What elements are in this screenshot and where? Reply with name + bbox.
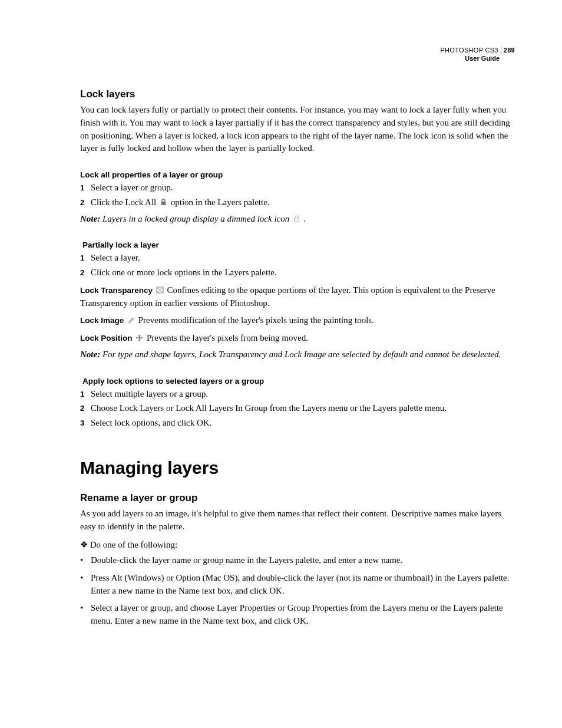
subhead-apply-lock: Apply lock options to selected layers or… [80,377,515,386]
step-number: 1 [80,182,91,195]
svg-rect-1 [294,218,299,222]
subhead-partial-lock: Partially lock a layer [80,241,515,249]
step-text: Select lock options, and click OK. [91,417,211,430]
do-one-of: ❖ Do one of the following: [80,539,515,552]
note: Note: For type and shape layers, Lock Tr… [80,348,515,361]
step: 2 Choose Lock Layers or Lock All Layers … [80,402,515,415]
bullet: • [80,554,91,567]
page-number: 289 [501,47,515,54]
steps-apply-lock: 1 Select multiple layers or a group. 2 C… [80,388,515,430]
step-text: Choose Lock Layers or Lock All Layers In… [91,402,447,415]
step: 3 Select lock options, and click OK. [80,417,515,430]
intro-paragraph: You can lock layers fully or partially t… [80,104,515,155]
rename-options: • Double-click the layer name or group n… [80,554,515,628]
svg-rect-4 [161,287,163,289]
step-text: Select a layer or group. [91,182,173,195]
steps-partial-lock: 1 Select a layer. 2 Click one or more lo… [80,252,515,279]
lock-image-icon [127,315,135,322]
list-text: Press Alt (Windows) or Option (Mac OS), … [91,572,515,598]
product-name: PHOTOSHOP CS3 [440,47,498,54]
step: 1 Select a layer. [80,252,515,265]
page-content: Lock layers You can lock layers fully or… [80,88,515,628]
step-number: 3 [80,417,91,430]
lock-transparency-desc: Lock Transparency Confines editing to th… [80,284,515,310]
step-number: 1 [80,252,91,265]
step-text: Select multiple layers or a group. [91,388,208,401]
dimmed-lock-icon [293,213,300,220]
svg-rect-3 [157,287,159,289]
step: 2 Click one or more lock options in the … [80,266,515,279]
lock-transparency-icon [156,285,164,292]
note-label: Note: [80,350,100,359]
section-title-lock-layers: Lock layers [80,88,515,100]
steps-lock-all: 1 Select a layer or group. 2 Click the L… [80,182,515,209]
step: 2 Click the Lock All option in the Layer… [80,196,515,209]
desc-text: Prevents modification of the layer's pix… [136,315,374,325]
note-text: For type and shape layers, Lock Transpar… [100,350,501,359]
step-number: 2 [80,402,91,415]
run-in-label: Lock Image [80,316,124,325]
step: 1 Select a layer or group. [80,182,515,195]
list-text: Select a layer or group, and choose Laye… [91,602,515,628]
step-text: Click the Lock All option in the Layers … [91,196,270,209]
note-text: Layers in a locked group display a dimme… [100,214,292,223]
note-text: . [302,214,306,223]
svg-rect-7 [161,291,163,292]
lock-position-icon [135,332,143,340]
step-number: 1 [80,388,91,401]
step-text: Select a layer. [91,252,140,265]
list-item: • Select a layer or group, and choose La… [80,602,515,628]
lock-image-desc: Lock Image Prevents modification of the … [80,314,515,327]
step-number: 2 [80,266,91,279]
guide-label: User Guide [440,54,515,62]
svg-rect-0 [161,202,166,205]
run-in-label: Lock Position [80,334,133,342]
list-item: • Double-click the layer name or group n… [80,554,515,567]
subhead-lock-all: Lock all properties of a layer or group [80,170,515,179]
desc-text: Prevents the layer's pixels from being m… [144,333,308,342]
chapter-title-managing-layers: Managing layers [80,458,515,478]
step: 1 Select multiple layers or a group. [80,388,515,401]
page-header: PHOTOSHOP CS3289 User Guide [440,46,515,63]
step-number: 2 [80,196,91,209]
svg-rect-6 [157,291,159,292]
note: Note: Layers in a locked group display a… [80,213,515,226]
note-label: Note: [80,214,100,223]
bullet: • [80,572,91,598]
step-text: Click one or more lock options in the La… [91,266,277,279]
intro-paragraph: As you add layers to an image, it's help… [80,508,515,533]
bullet: • [80,602,91,628]
section-title-rename: Rename a layer or group [80,492,515,504]
lock-position-desc: Lock Position Prevents the layer's pixel… [80,332,515,345]
list-text: Double-click the layer name or group nam… [91,554,402,567]
run-in-label: Lock Transparency [80,286,153,295]
lock-all-icon [160,197,167,204]
svg-rect-5 [158,289,161,291]
list-item: • Press Alt (Windows) or Option (Mac OS)… [80,572,515,598]
